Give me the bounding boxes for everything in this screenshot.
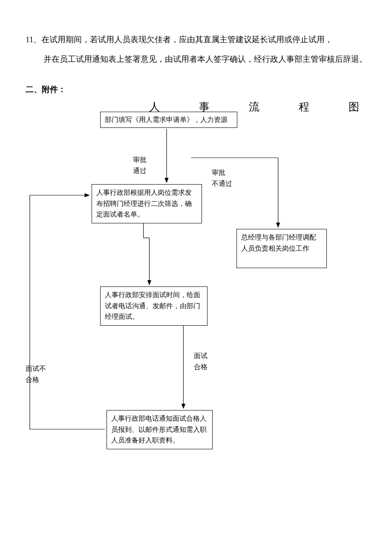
label-interview-fail: 面试不合格 bbox=[26, 363, 46, 385]
paragraph-rest: 并在员工试用通知表上签署意见，由试用者本人签字确认，经行政人事部主管审核后辞退。 bbox=[26, 49, 371, 69]
flow-box-screening: 人事行政部根据用人岗位需求发布招聘门经理进行二次筛选，确定面试者名单。 bbox=[92, 184, 202, 223]
policy-paragraph: 11、在试用期间，若试用人员表现欠佳者，应由其直属主管建议延长试用或停止试用， bbox=[26, 30, 371, 49]
flowchart-canvas: 部门填写《用人需求申请单》，人力资源 人事行政部根据用人岗位需求发布招聘门经理进… bbox=[26, 112, 371, 495]
title-char: 流 bbox=[249, 101, 299, 113]
paragraph-line1: 在试用期间，若试用人员表现欠佳者，应由其直属主管建议延长试用或停止试用， bbox=[41, 35, 333, 44]
label-approve-pass: 审批通过 bbox=[133, 154, 147, 176]
label-interview-pass: 面试合格 bbox=[194, 350, 208, 372]
flow-box-onboarding: 人事行政部电话通知面试合格人员报到、以邮件形式通知需入职人员准备好入职资料。 bbox=[107, 410, 213, 449]
flow-box-reassign: 总经理与各部门经理调配人员负责相关岗位工作 bbox=[236, 229, 327, 268]
title-char: 事 bbox=[199, 101, 249, 113]
flow-box-interview: 人事行政部安排面试时间，给面试者电话沟通、发邮件，由部门经理面试。 bbox=[100, 286, 208, 326]
attachment-heading: 二、附件： bbox=[26, 81, 371, 98]
paragraph-number: 11、 bbox=[26, 35, 41, 44]
title-char: 人 bbox=[149, 101, 199, 113]
flow-box-request: 部门填写《用人需求申请单》，人力资源 bbox=[100, 112, 237, 128]
title-char: 图 bbox=[349, 101, 359, 113]
title-char: 程 bbox=[299, 101, 349, 113]
label-approve-fail: 审批不通过 bbox=[212, 167, 232, 189]
